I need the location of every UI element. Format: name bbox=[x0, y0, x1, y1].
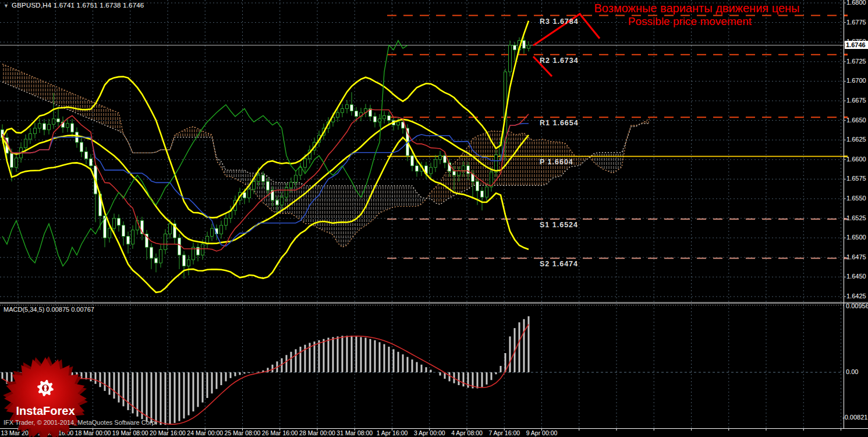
pivot-level-label: R2 1.6734 bbox=[540, 57, 579, 65]
pivot-level-label: R3 1.6784 bbox=[540, 17, 579, 26]
symbol-ohlc-text: GBPUSD,H4 1.6741 1.6751 1.6738 1.6746 bbox=[12, 2, 144, 9]
time-axis-label: 9 Apr 00:00 bbox=[526, 429, 558, 436]
macd-axis-zero: 0.00 bbox=[846, 368, 858, 375]
price-axis-label: 1.6650 bbox=[846, 117, 866, 124]
mt4-chart-window[interactable]: ▼GBPUSD,H4 1.6741 1.6751 1.6738 1.6746 В… bbox=[0, 0, 868, 437]
time-axis-label: 19 Mar 08:00 bbox=[112, 429, 148, 436]
time-axis-label: 1 Apr 16:00 bbox=[377, 429, 408, 436]
pivot-level-label: S1 1.6524 bbox=[540, 221, 578, 229]
time-axis-label: 24 Mar 00:00 bbox=[187, 429, 223, 436]
price-axis-label: 1.6575 bbox=[846, 175, 866, 182]
current-price-badge: 1.6746 bbox=[845, 41, 868, 49]
macd-axis-min: -0.00821 bbox=[842, 414, 867, 421]
macd-axis-max: 0.00956 bbox=[846, 302, 868, 309]
time-axis-label: 20 Mar 16:00 bbox=[150, 429, 186, 436]
time-axis-label: 7 Apr 16:00 bbox=[488, 429, 520, 436]
annotation-text-en: Possible price movement bbox=[628, 15, 752, 28]
price-axis-label: 1.6700 bbox=[846, 77, 866, 84]
price-axis-label: 1.6525 bbox=[846, 214, 866, 221]
chart-title: ▼GBPUSD,H4 1.6741 1.6751 1.6738 1.6746 bbox=[3, 2, 144, 9]
price-axis-label: 1.6775 bbox=[846, 19, 866, 26]
copyright-text: IFX Trader, © 2001-2014, MetaQuotes Soft… bbox=[3, 419, 157, 426]
price-axis-label: 1.6675 bbox=[846, 97, 866, 104]
price-axis-label: 1.6475 bbox=[846, 253, 866, 260]
price-axis-label: 1.6450 bbox=[846, 273, 866, 280]
logo-text: InstaForex bbox=[16, 404, 75, 417]
time-axis-label: 4 Apr 08:00 bbox=[451, 429, 483, 436]
time-axis-label: 28 Mar 00:00 bbox=[299, 429, 335, 436]
price-axis-label: 1.6550 bbox=[846, 195, 866, 202]
price-axis-label: 1.6500 bbox=[846, 234, 866, 241]
price-chart-canvas[interactable] bbox=[0, 0, 868, 437]
time-axis-label: 3 Apr 00:00 bbox=[414, 429, 445, 436]
price-axis-label: 1.6425 bbox=[846, 292, 866, 299]
time-axis-label: 26 Mar 16:00 bbox=[262, 429, 298, 436]
chevron-down-icon[interactable]: ▼ bbox=[3, 3, 9, 9]
annotation-text-ru: Возможные варианты движения цены bbox=[594, 2, 800, 15]
price-axis-label: 1.6800 bbox=[846, 0, 866, 6]
pivot-level-label: S2 1.6474 bbox=[540, 260, 578, 268]
price-axis-label: 1.6725 bbox=[846, 58, 866, 65]
pivot-level-label: R1 1.6654 bbox=[540, 119, 579, 127]
time-axis-label: 31 Mar 08:00 bbox=[336, 429, 373, 436]
pivot-level-label: P 1.6604 bbox=[540, 158, 573, 166]
price-axis-label: 1.6625 bbox=[846, 136, 866, 143]
macd-indicator-label: MACD(5,34,5) 0.00875 0.00767 bbox=[3, 306, 94, 313]
time-axis-label: 25 Mar 08:00 bbox=[225, 429, 261, 436]
price-axis-label: 1.6600 bbox=[846, 156, 866, 163]
